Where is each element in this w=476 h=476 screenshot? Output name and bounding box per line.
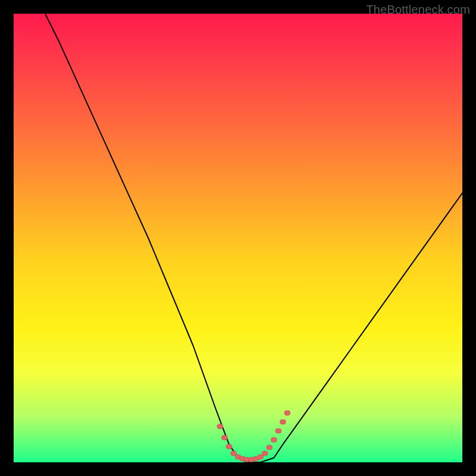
marker-dot (231, 451, 237, 456)
marker-dot (262, 451, 268, 456)
marker-dot (271, 437, 277, 442)
plot-area (14, 14, 462, 462)
bottleneck-curve (45, 14, 462, 462)
marker-dot (267, 445, 273, 450)
marker-dot (258, 455, 264, 459)
chart-canvas: TheBottleneck.com (0, 0, 476, 476)
chart-svg (14, 14, 462, 462)
marker-dot (275, 428, 281, 433)
marker-dot (280, 419, 286, 424)
highlight-markers (217, 411, 290, 462)
marker-dot (217, 424, 223, 429)
marker-dot (226, 444, 232, 449)
marker-dot (221, 436, 227, 440)
marker-dot (284, 411, 290, 415)
